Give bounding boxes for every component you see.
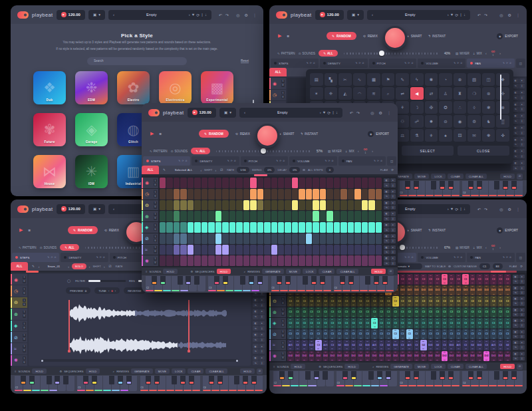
mute-button[interactable]: M xyxy=(281,301,285,305)
loop-next-icon[interactable]: › xyxy=(499,245,501,249)
pitch-cell[interactable]: C3 xyxy=(287,307,294,318)
solo-button[interactable]: S xyxy=(154,213,157,216)
pitch-cell[interactable]: C3 xyxy=(483,340,490,350)
step-cell[interactable] xyxy=(368,189,374,200)
piano-black-key[interactable] xyxy=(323,371,328,380)
step-cell[interactable] xyxy=(250,233,256,244)
pitch-cell[interactable]: D#2 xyxy=(406,351,413,362)
pitch-cell[interactable]: D#3 xyxy=(364,340,371,350)
step-cell[interactable] xyxy=(236,233,242,244)
step-cell[interactable] xyxy=(292,233,298,244)
step-cell[interactable] xyxy=(327,211,332,221)
pitch-cell[interactable]: C3 xyxy=(392,307,399,318)
swap-icon[interactable]: ⇆ xyxy=(253,349,259,354)
shift-left-icon[interactable]: ‹ xyxy=(200,168,201,172)
tab-mini-icon[interactable]: ⟳ xyxy=(408,256,410,259)
dice-button[interactable]: ⚂ xyxy=(388,269,394,275)
step-cell[interactable] xyxy=(285,222,291,233)
step-cell[interactable] xyxy=(354,211,360,221)
speaker-icon[interactable]: ◧ xyxy=(384,178,390,182)
refresh-icon[interactable]: ⟳ xyxy=(196,13,200,17)
step-cell[interactable] xyxy=(215,222,221,233)
remixes-hold-button[interactable]: HOLD xyxy=(500,364,515,369)
sidebar-track-hihat-open[interactable]: ⊕SM xyxy=(142,211,158,221)
pitch-cell[interactable]: C3 xyxy=(315,307,322,318)
step-cell[interactable] xyxy=(327,245,332,255)
pencil-icon[interactable]: ✎ xyxy=(32,265,35,268)
step-cell[interactable] xyxy=(222,178,228,188)
globe-icon[interactable]: ◎ xyxy=(236,13,239,17)
step-cell[interactable] xyxy=(368,211,374,221)
pitch-cell[interactable]: C3 xyxy=(420,307,427,318)
solo-button[interactable]: SOLO xyxy=(72,263,86,269)
pitch-cell[interactable]: C3 xyxy=(385,329,392,340)
step-cell[interactable] xyxy=(160,189,166,200)
sound-icon[interactable]: ▧ xyxy=(467,73,481,86)
pitch-cell[interactable]: D#3 xyxy=(448,285,455,296)
pitch-cell[interactable]: D#3 xyxy=(476,285,483,296)
pause-icon[interactable]: ∥ xyxy=(519,142,525,147)
pitch-cell[interactable]: C3 xyxy=(434,274,441,285)
slider-thumb[interactable] xyxy=(400,245,405,250)
step-cell[interactable] xyxy=(229,233,235,244)
step-cell[interactable] xyxy=(368,233,374,244)
style-tile-electro[interactable]: ✿Electro xyxy=(117,71,150,104)
piano-black-key[interactable] xyxy=(503,181,508,190)
sound-icon[interactable]: ✎ xyxy=(396,73,409,86)
pitch-cell[interactable]: A#1 xyxy=(406,340,413,350)
tab-mini-icon[interactable]: ⊘ xyxy=(509,256,511,259)
mute-button[interactable]: M xyxy=(154,217,157,220)
range-from[interactable]: C1 xyxy=(479,263,490,269)
mute-button[interactable]: M xyxy=(23,349,26,352)
knob-icon[interactable]: ● xyxy=(390,211,396,215)
pause-icon[interactable]: ∥ xyxy=(519,166,525,170)
favorite-icon[interactable]: ♥ xyxy=(323,110,326,114)
sidebar-track-kick[interactable]: ◉SM xyxy=(269,78,286,89)
reset-link[interactable]: Reset xyxy=(241,59,249,63)
step-cell[interactable] xyxy=(243,178,249,188)
pitch-cell[interactable]: C3 xyxy=(476,318,483,329)
pause-icon[interactable]: ∥ xyxy=(390,227,396,231)
pitch-cell[interactable]: C3 xyxy=(428,296,434,307)
pitch-cell[interactable]: C3 xyxy=(400,329,406,340)
knob-icon[interactable]: ● xyxy=(519,297,525,301)
loop-next-icon[interactable]: › xyxy=(499,51,501,55)
step-cell[interactable] xyxy=(278,189,284,200)
tab-mini-icon[interactable]: ⊘ xyxy=(54,256,56,259)
solo-button[interactable]: S xyxy=(281,341,285,344)
pause-icon[interactable]: ∥ xyxy=(519,291,525,295)
pitch-cell[interactable]: C3 xyxy=(400,274,406,285)
pitch-cell[interactable]: C3 xyxy=(462,274,469,285)
tab-mini-icon[interactable]: ⟳ xyxy=(279,160,281,162)
step-cell[interactable] xyxy=(306,189,312,200)
slider-thumb[interactable] xyxy=(261,148,266,154)
knob-icon[interactable]: ● xyxy=(519,308,525,312)
step-cell[interactable] xyxy=(201,178,207,188)
step-cell[interactable] xyxy=(174,233,180,244)
step-cell[interactable] xyxy=(160,200,166,211)
step-cell[interactable] xyxy=(362,255,368,266)
pitch-cell[interactable]: D#2 xyxy=(456,351,462,362)
step-cell[interactable] xyxy=(354,189,360,200)
speaker-icon[interactable]: ◧ xyxy=(384,256,390,260)
pitch-cell[interactable]: C3 xyxy=(420,274,427,285)
pitch-cell[interactable]: C3 xyxy=(428,307,434,318)
pitch-cell[interactable]: D#2 xyxy=(414,351,420,362)
step-cell[interactable] xyxy=(160,211,166,221)
pitch-cell[interactable]: A#1 xyxy=(287,340,294,350)
pitch-cell[interactable]: C3 xyxy=(392,329,399,340)
piano-black-key[interactable] xyxy=(342,371,348,380)
style-tile-experimental[interactable]: ▩Experimental xyxy=(201,71,233,104)
pause-icon[interactable]: ∥ xyxy=(259,360,265,365)
step-cell[interactable] xyxy=(229,200,235,211)
sound-icon[interactable]: ✶ xyxy=(310,87,323,100)
custom-range-toggle[interactable] xyxy=(448,265,451,268)
step-cell[interactable] xyxy=(271,178,277,188)
action-clear-all[interactable]: CLEAR ALL xyxy=(466,174,487,179)
pitch-cell[interactable]: C3 xyxy=(456,318,462,329)
piano-black-key[interactable] xyxy=(414,371,419,380)
preset-next-icon[interactable]: › xyxy=(448,207,449,211)
pitch-cell[interactable]: C3 xyxy=(456,296,462,307)
play-button[interactable]: ▶ xyxy=(19,227,23,233)
preset-next-icon[interactable]: › xyxy=(320,110,321,114)
